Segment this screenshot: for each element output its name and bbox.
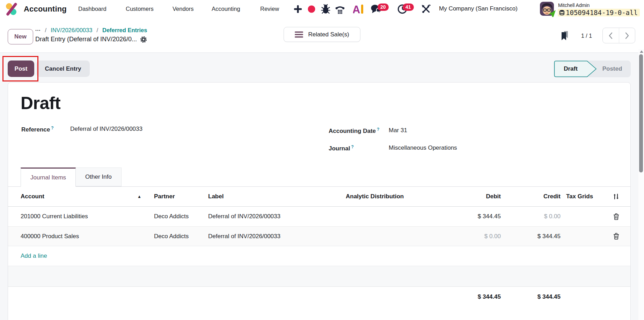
bookmark-icon[interactable] [561, 31, 570, 41]
control-panel: New ... / INV/2026/00033 / Deferred Entr… [0, 18, 644, 52]
gear-icon[interactable] [140, 36, 147, 43]
accounting-date-label: Accounting Date [329, 128, 376, 134]
cell-account[interactable]: 400000 Product Sales [8, 233, 141, 240]
svg-text:A: A [353, 4, 360, 14]
breadcrumb: ... / INV/2026/00033 / Deferred Entries … [35, 27, 147, 43]
cell-label[interactable]: Deferral of INV/2026/00033 [203, 213, 333, 220]
cell-credit[interactable]: $ 0.00 [501, 213, 561, 220]
menu-customers[interactable]: Customers [126, 6, 154, 12]
column-account[interactable]: Account [21, 193, 44, 200]
breadcrumb-more[interactable]: ... [35, 26, 41, 32]
scrollbar-up-arrow[interactable] [640, 50, 643, 53]
help-icon[interactable]: ? [351, 144, 353, 149]
menu-icon [295, 31, 303, 38]
cell-partner[interactable]: Deco Addicts [141, 233, 203, 240]
reference-label: Reference [21, 126, 50, 133]
messages-badge: 20 [378, 3, 389, 11]
sort-asc-icon: ▲ [137, 194, 141, 199]
menu-vendors[interactable]: Vendors [173, 6, 194, 12]
breadcrumb-invoice-link[interactable]: INV/2026/00033 [51, 27, 92, 34]
cell-debit[interactable]: $ 344.45 [455, 213, 501, 220]
total-credit: $ 344.45 [501, 293, 561, 300]
cell-partner[interactable]: Deco Addicts [141, 213, 203, 220]
menu-review[interactable]: Review [260, 6, 279, 12]
company-switcher[interactable]: My Company (San Francisco) [439, 5, 518, 12]
plane-status-icon [548, 9, 557, 17]
activities-badge: 41 [403, 3, 414, 11]
pager-previous-button[interactable] [603, 28, 619, 43]
ai-icon[interactable]: A [353, 0, 365, 18]
table-row[interactable]: 400000 Product Sales Deco Addicts Deferr… [8, 227, 630, 246]
column-partner[interactable]: Partner [141, 193, 203, 200]
record-indicator-icon[interactable] [306, 0, 317, 18]
table-row[interactable]: 201000 Current Liabilities Deco Addicts … [8, 207, 630, 227]
new-button[interactable]: New [8, 29, 33, 44]
accounting-date-value[interactable]: Mar 31 [389, 127, 407, 135]
cell-label[interactable]: Deferral of INV/2026/00033 [203, 233, 333, 240]
state-ribbon: Draft Posted [554, 61, 631, 77]
table-header: Account▲ Partner Label Analytic Distribu… [8, 187, 630, 207]
add-line-link[interactable]: Add a line [21, 253, 47, 259]
table-body: 201000 Current Liabilities Deco Addicts … [8, 207, 630, 246]
cell-account[interactable]: 201000 Current Liabilities [8, 213, 141, 220]
totals-row: $ 344.45 $ 344.45 [8, 287, 630, 300]
total-debit: $ 344.45 [455, 293, 501, 300]
pager-count: 1 / 1 [581, 33, 592, 39]
notebook: Journal Items Other Info Account▲ Partne… [8, 168, 630, 300]
state-draft[interactable]: Draft [554, 61, 597, 77]
menu-dashboard[interactable]: Dashboard [78, 6, 107, 12]
breadcrumb-current: Draft Entry (Deferral of INV/2026/0... [35, 36, 137, 43]
plus-icon[interactable] [292, 0, 304, 18]
column-credit[interactable]: Credit [501, 193, 561, 200]
scrollbar-thumb[interactable] [639, 54, 643, 172]
top-navbar: Accounting Dashboard Customers Vendors A… [0, 0, 644, 18]
page: Accounting Dashboard Customers Vendors A… [0, 0, 644, 320]
form-sheet: Draft Reference? Deferral of INV/2026/00… [8, 82, 631, 320]
reference-value[interactable]: Deferral of INV/2026/00033 [70, 126, 142, 133]
app-name[interactable]: Accounting [24, 5, 67, 14]
database-icon [559, 10, 564, 15]
column-analytic-distribution[interactable]: Analytic Distribution [333, 193, 455, 200]
voip-phone-icon[interactable] [334, 0, 346, 18]
help-icon[interactable]: ? [51, 126, 53, 130]
cell-credit[interactable]: $ 344.45 [501, 233, 561, 240]
pager-nav [602, 28, 635, 43]
avatar[interactable] [540, 2, 554, 16]
trash-icon [613, 213, 619, 220]
help-icon[interactable]: ? [377, 127, 379, 132]
table-filler [8, 266, 630, 287]
cancel-entry-button[interactable]: Cancel Entry [36, 61, 90, 77]
database-name: 105094184-19-0-all [566, 9, 638, 16]
column-debit[interactable]: Debit [455, 193, 501, 200]
related-sales-button[interactable]: Related Sale(s) [284, 27, 360, 42]
trash-icon [613, 233, 619, 240]
user-name: Mitchell Admin [558, 2, 590, 8]
delete-row-button[interactable] [602, 233, 630, 240]
annotation-highlight [2, 56, 38, 81]
menu-accounting[interactable]: Accounting [212, 6, 240, 12]
entry-state-title: Draft [21, 93, 60, 113]
tab-bar: Journal Items Other Info [8, 168, 630, 187]
column-tax-grids[interactable]: Tax Grids [561, 193, 602, 200]
optional-columns-icon[interactable] [602, 193, 630, 200]
add-line-row: Add a line [8, 246, 630, 266]
delete-row-button[interactable] [602, 213, 630, 220]
journal-value[interactable]: Miscellaneous Operations [389, 144, 457, 152]
accounting-app-icon[interactable] [3, 2, 20, 16]
tab-other-info[interactable]: Other Info [76, 168, 122, 186]
column-label[interactable]: Label [203, 193, 333, 200]
tab-journal-items[interactable]: Journal Items [21, 168, 76, 187]
database-badge: 105094184-19-0-all [558, 9, 640, 16]
status-bar: Post Cancel Entry Draft Posted [0, 52, 644, 82]
pager-next-button[interactable] [619, 28, 635, 43]
breadcrumb-deferred-link[interactable]: Deferred Entries [102, 27, 147, 34]
cell-debit[interactable]: $ 0.00 [455, 233, 501, 240]
state-posted[interactable]: Posted [594, 61, 631, 77]
bug-icon[interactable] [320, 0, 331, 18]
journal-label: Journal [329, 145, 350, 152]
tools-icon[interactable] [420, 0, 432, 18]
